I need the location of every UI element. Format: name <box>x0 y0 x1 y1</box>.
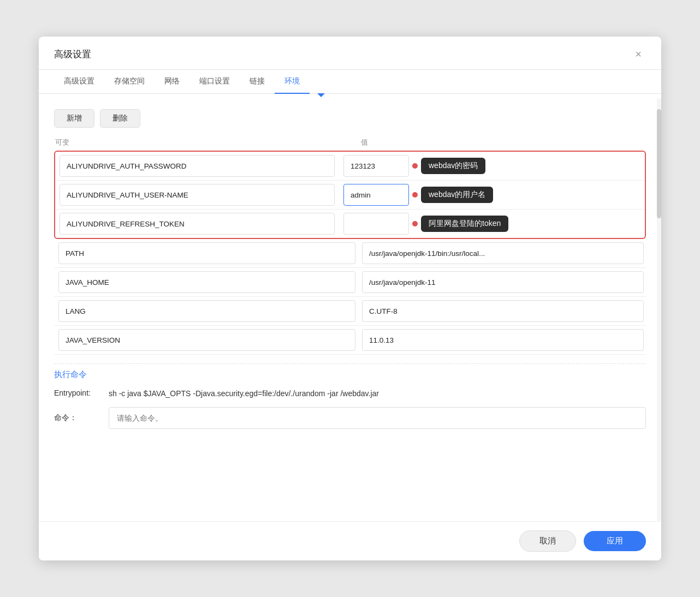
env-var-path <box>54 242 360 264</box>
tooltip-token: 阿里网盘登陆的token <box>421 216 508 232</box>
env-val-java-home-input[interactable] <box>362 271 644 293</box>
env-row-username: webdav的用户名 <box>55 181 645 210</box>
tab-advanced[interactable]: 高级设置 <box>54 70 104 94</box>
tab-network[interactable]: 网络 <box>155 70 189 94</box>
env-val-token-input[interactable] <box>343 213 409 235</box>
section-divider <box>54 363 646 364</box>
tab-links[interactable]: 链接 <box>240 70 275 94</box>
grouped-env-rows: webdav的密码 webdav的用户名 <box>54 151 646 239</box>
table-headers: 可变 值 <box>54 138 646 147</box>
env-val-password-cell: webdav的密码 <box>339 152 645 180</box>
scrollbar-thumb[interactable] <box>657 109 661 218</box>
tab-storage[interactable]: 存储空间 <box>104 70 155 94</box>
tooltip-password: webdav的密码 <box>421 158 485 174</box>
env-var-token <box>55 210 339 238</box>
exec-section-title: 执行命令 <box>54 369 646 380</box>
close-button[interactable]: × <box>631 46 646 62</box>
env-val-java-version <box>360 329 646 351</box>
env-var-java-home <box>54 271 360 293</box>
add-button[interactable]: 新增 <box>54 109 94 128</box>
env-var-password <box>55 152 339 180</box>
env-val-java-version-input[interactable] <box>362 329 644 351</box>
tooltip-username: webdav的用户名 <box>421 187 493 203</box>
col-val-header: 值 <box>361 138 645 147</box>
env-var-token-input[interactable] <box>60 213 335 235</box>
env-row-lang <box>54 297 646 326</box>
tab-bar: 高级设置 存储空间 网络 端口设置 链接 环境 <box>39 70 661 94</box>
env-val-path-input[interactable] <box>362 242 644 264</box>
env-row-java-home <box>54 268 646 297</box>
env-row-token: 阿里网盘登陆的token <box>55 210 645 238</box>
required-dot-password <box>412 163 418 169</box>
apply-button[interactable]: 应用 <box>584 531 646 551</box>
env-var-java-version <box>54 329 360 351</box>
env-var-username <box>55 181 339 209</box>
required-dot-username <box>412 192 418 198</box>
env-val-java-home <box>360 271 646 293</box>
env-row-password: webdav的密码 <box>55 152 645 181</box>
cmd-label: 命令： <box>54 413 109 423</box>
col-var-header: 可变 <box>55 138 361 147</box>
toolbar: 新增 删除 <box>54 109 646 128</box>
scrollbar-track <box>657 98 661 521</box>
env-var-java-version-input[interactable] <box>58 329 355 351</box>
env-val-password-input[interactable] <box>343 155 409 177</box>
entrypoint-row: Entrypoint: sh -c java $JAVA_OPTS -Djava… <box>54 387 646 399</box>
dialog-body: 新增 删除 可变 值 webdav的密码 <box>39 98 661 521</box>
cmd-row: 命令： <box>54 407 646 429</box>
env-var-lang <box>54 300 360 322</box>
tab-arrow-indicator <box>317 93 325 97</box>
entrypoint-value: sh -c java $JAVA_OPTS -Djava.security.eg… <box>109 387 379 399</box>
env-var-username-input[interactable] <box>60 184 335 206</box>
env-val-username-input[interactable] <box>343 184 409 206</box>
env-var-password-input[interactable] <box>60 155 335 177</box>
env-var-path-input[interactable] <box>58 242 355 264</box>
env-val-lang-input[interactable] <box>362 300 644 322</box>
env-row-path <box>54 239 646 268</box>
normal-env-rows <box>54 239 646 355</box>
env-val-token-cell: 阿里网盘登陆的token <box>339 210 645 238</box>
env-var-lang-input[interactable] <box>58 300 355 322</box>
env-row-java-version <box>54 326 646 355</box>
entrypoint-label: Entrypoint: <box>54 387 109 399</box>
env-val-path <box>360 242 646 264</box>
cancel-button[interactable]: 取消 <box>519 530 576 552</box>
dialog-title: 高级设置 <box>54 48 91 68</box>
advanced-settings-dialog: 高级设置 × 高级设置 存储空间 网络 端口设置 链接 环境 新增 删除 可变 … <box>39 37 661 560</box>
tab-environment[interactable]: 环境 <box>275 70 310 94</box>
cmd-input[interactable] <box>109 407 646 429</box>
delete-button[interactable]: 删除 <box>100 109 140 128</box>
required-dot-token <box>412 221 418 226</box>
dialog-header: 高级设置 × <box>39 37 661 70</box>
env-val-username-cell: webdav的用户名 <box>339 181 645 209</box>
env-var-java-home-input[interactable] <box>58 271 355 293</box>
tab-ports[interactable]: 端口设置 <box>189 70 240 94</box>
dialog-footer: 取消 应用 <box>39 521 661 560</box>
env-val-lang <box>360 300 646 322</box>
